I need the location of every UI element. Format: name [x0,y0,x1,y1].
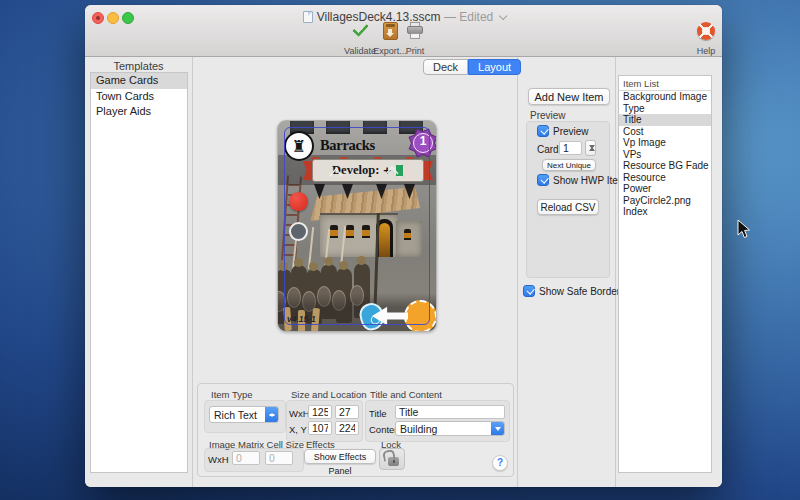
item-list-header: Item List [619,76,711,91]
item-row-vp-image[interactable]: Vp Image [619,137,711,149]
content-popup[interactable]: Building [395,421,505,436]
help-label: Help [678,46,734,56]
card-number-label: Card [537,144,559,155]
popup-stepper-icon [265,407,278,422]
tab-layout[interactable]: Layout [468,59,521,75]
preview-section-label: Preview [530,110,566,121]
content-value: Building [396,423,491,435]
desktop: VillagesDeck4.13.sscm — Edited Validate … [0,0,800,500]
item-row-paycircle[interactable]: PayCircle2.png [619,195,711,207]
tab-deck[interactable]: Deck [423,59,468,75]
chevron-down-icon[interactable] [499,12,507,20]
open-lock-icon [388,457,399,466]
lock-button[interactable] [379,448,405,470]
title-field-label: Title [369,408,387,419]
template-item-game-cards[interactable]: Game Cards [91,73,187,89]
show-safe-border-checkbox[interactable] [523,285,535,297]
chevron-down-icon [491,422,504,435]
printer-icon [406,22,424,40]
template-item-town-cards[interactable]: Town Cards [91,89,187,105]
document-icon [303,11,313,23]
item-list[interactable]: Item List Background Image Type Title Co… [618,75,712,473]
template-item-player-aids[interactable]: Player Aids [91,104,187,120]
height-input[interactable] [335,405,359,419]
matrix-width-input[interactable] [232,451,260,465]
safe-border-row: Show Safe Border [523,285,620,297]
card-number-input[interactable] [559,141,582,155]
xy-label: X, Y [289,424,307,435]
y-input[interactable] [335,421,359,435]
item-row-background-image[interactable]: Background Image [619,91,711,103]
item-row-cost[interactable]: Cost [619,126,711,138]
lifering-icon [697,22,715,40]
item-row-power[interactable]: Power [619,183,711,195]
preview-checkbox-label: Preview [553,126,589,137]
width-input[interactable] [308,405,332,419]
x-input[interactable] [308,421,332,435]
divider [192,57,193,487]
templates-list[interactable]: Game Cards Town Cards Player Aids [90,72,188,473]
divider [615,57,616,487]
item-row-vps[interactable]: VPs [619,149,711,161]
show-safe-border-label: Show Safe Border [539,286,620,297]
size-location-label: Size and Location [291,389,367,400]
preview-checkbox[interactable] [537,125,549,137]
item-row-index[interactable]: Index [619,206,711,218]
card-number-stepper[interactable] [585,140,596,156]
preview-checkbox-row: Preview [537,125,589,137]
show-hwp-checkbox[interactable] [537,174,549,186]
edited-status: — Edited [444,10,493,24]
card-preview[interactable]: Develop: + ♜ Barracks 1 [277,120,437,332]
item-type-label: Item Type [211,389,253,400]
mouse-cursor [737,219,751,239]
print-label: Print [387,46,443,56]
item-type-value: Rich Text [210,409,265,421]
item-row-resource-bg-fade[interactable]: Resource BG Fade [619,160,711,172]
divider [517,57,518,487]
item-row-resource[interactable]: Resource [619,172,711,184]
help-circle-button[interactable]: ? [492,455,508,471]
view-tabs: Deck Layout [423,59,521,75]
item-row-title[interactable]: Title [619,114,711,126]
reload-csv-button[interactable]: Reload CSV [537,199,599,215]
window-header: VillagesDeck4.13.sscm — Edited Validate … [85,5,722,57]
print-button[interactable]: Print [387,22,443,56]
help-button[interactable]: Help [678,22,734,56]
matrix-height-input[interactable] [265,451,293,465]
item-inspector: Item Type Rich Text Size and Location Wx… [197,383,514,477]
app-window: VillagesDeck4.13.sscm — Edited Validate … [85,5,722,487]
add-new-item-button[interactable]: Add New Item [528,88,610,105]
next-unique-button[interactable]: Next Unique [542,159,596,171]
item-row-type[interactable]: Type [619,103,711,115]
title-content-label: Title and Content [370,389,442,400]
window-content: Templates Game Cards Town Cards Player A… [85,57,722,487]
show-effects-panel-button[interactable]: Show Effects Panel [304,449,376,464]
safe-border-guide [284,127,430,325]
matrix-wxh-label: WxH [208,454,229,465]
item-type-popup[interactable]: Rich Text [209,406,279,423]
templates-header: Templates [85,60,192,72]
wxh-label: WxH [289,408,310,419]
title-input[interactable] [395,405,505,419]
